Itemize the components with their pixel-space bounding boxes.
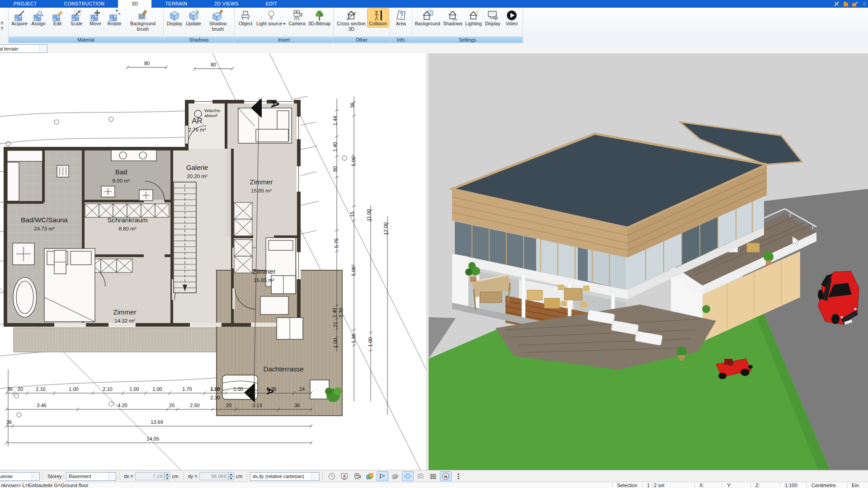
tab-edit[interactable]: EDIT (252, 0, 291, 8)
unit-indicator[interactable]: Centimetre (807, 483, 847, 488)
3d-viewport[interactable] (429, 53, 868, 470)
background-button[interactable]: Background (414, 9, 442, 27)
shadows-update-button[interactable]: Update (184, 9, 203, 27)
chevron-down-icon[interactable] (108, 473, 116, 480)
acquire-button[interactable]: Acquire (10, 9, 29, 27)
contours-icon[interactable] (415, 471, 426, 481)
tree-icon (313, 9, 325, 21)
dy-value[interactable]: 94.069 (199, 472, 228, 480)
scale-icon (71, 9, 82, 21)
terrain-select-value: ginal terrain (0, 46, 39, 52)
dx-up-button[interactable] (164, 472, 170, 476)
tab-terrain[interactable]: TERRAIN (151, 0, 201, 8)
background-brush-button[interactable]: Background brush (124, 9, 162, 32)
dim-label: 5.75 (334, 238, 339, 248)
clock-icon[interactable] (326, 471, 338, 481)
collision-button[interactable]: Collision (368, 9, 388, 27)
dim-label: 1.00 (333, 338, 338, 347)
chevron-down-icon[interactable] (311, 473, 319, 480)
chevron-down-icon[interactable] (32, 473, 39, 480)
clipped-ribbon-button[interactable]: e s (0, 8, 9, 43)
assign-button[interactable]: Assign (29, 9, 48, 27)
storey-select[interactable]: Basement (66, 472, 116, 481)
tab-project[interactable]: PROJECT (0, 0, 51, 8)
export-icon[interactable] (852, 1, 858, 7)
surface-icon[interactable] (402, 471, 414, 481)
coord-mode-value: dx,dy (relative cartesian) (250, 474, 311, 479)
dx-unit: cm (172, 474, 179, 479)
move-button[interactable]: Move (86, 9, 105, 27)
floorplan-viewport[interactable]: A A AR Bad Galerie Zimmer Bad/WC/Sauna S… (0, 53, 426, 470)
camera-icon (291, 9, 303, 21)
shadow-brush-button[interactable]: Shadow brush (203, 9, 233, 32)
dimensions-top (126, 66, 234, 70)
chevron-down-icon[interactable] (39, 45, 47, 52)
dy-stepper[interactable]: 94.069 (199, 472, 234, 480)
filter-select-value: bfluesse (0, 474, 32, 479)
dy-up-button[interactable] (228, 472, 234, 476)
dim-label: 2.30 (338, 308, 344, 317)
dim-label: 21 (333, 322, 338, 327)
ribbon-group-shadows: Display Update Shadow brush Shadows (164, 8, 235, 43)
settings-shadows-button[interactable]: Shadows (442, 9, 464, 27)
floorplan-canvas: A A AR Bad Galerie Zimmer Bad/WC/Sauna S… (0, 53, 426, 470)
light-source-button[interactable]: Light source (255, 9, 287, 27)
dim-label: 20 (169, 403, 175, 408)
cube-icon (169, 9, 180, 21)
camera-button[interactable]: Camera (287, 9, 307, 27)
more-icon[interactable] (453, 471, 464, 481)
terrain-select[interactable]: ginal terrain (0, 44, 47, 53)
dim-label: 1.00 (152, 386, 162, 392)
north-icon[interactable]: N (440, 471, 452, 481)
clipped-label-bottom: s (1, 25, 8, 30)
dx-value[interactable]: 7.19 (135, 472, 164, 480)
staircase (174, 182, 196, 293)
screenshot-icon[interactable] (339, 471, 350, 481)
dy-down-button[interactable] (228, 476, 234, 480)
area-button[interactable]: Area (392, 9, 410, 27)
button-label: Video (506, 21, 518, 27)
hatch-icon[interactable] (389, 471, 401, 481)
tab-construction[interactable]: CONSTRUCTION (51, 0, 118, 8)
filter-select[interactable]: bfluesse (0, 472, 40, 481)
scale-indicator[interactable]: 1:100 (780, 483, 807, 488)
slope-measure-icon[interactable] (377, 471, 388, 481)
package-icon[interactable] (843, 1, 849, 7)
dx-down-button[interactable] (164, 476, 170, 480)
button-label: Area (396, 21, 406, 27)
layers-icon[interactable] (364, 471, 376, 481)
rotate-button[interactable]: Rotate (105, 9, 124, 27)
tab-2d-views[interactable]: 2D VIEWS (201, 0, 252, 8)
button-label: Shadows (443, 21, 462, 27)
shadows-display-button[interactable]: Display (165, 9, 184, 27)
video-button[interactable]: Video (502, 9, 521, 27)
storey-label: Storey : (47, 474, 65, 479)
button-label: Background brush (125, 21, 160, 32)
dim-label: 1.44 (332, 116, 338, 125)
dim-label: 15 (349, 211, 355, 217)
room-name: Bad/WC/Sauna (21, 216, 68, 224)
settings-display-button[interactable]: Display (483, 9, 502, 27)
cross-section-3d-button[interactable]: Cross section 3D (335, 9, 368, 32)
object-button[interactable]: Object (236, 9, 255, 27)
room-name: Dachterrasse (263, 365, 303, 373)
room-name: AR (192, 117, 203, 125)
cross-section-icon (345, 9, 357, 21)
tools-icon[interactable] (834, 1, 840, 7)
clipped-right-text: Ein (847, 483, 868, 488)
lighting-button[interactable]: Lighting (464, 9, 483, 27)
3d-bitmap-button[interactable]: 3D-Bitmap (307, 9, 332, 27)
dim-label: 1.70 (182, 386, 192, 392)
camera-3d-icon[interactable] (351, 471, 363, 481)
button-label: Move (90, 21, 101, 27)
globe-icon[interactable] (861, 1, 866, 7)
north-letter: N (444, 474, 448, 479)
dx-stepper[interactable]: 7.19 (135, 472, 170, 480)
coord-mode-select[interactable]: dx,dy (relative cartesian) (250, 472, 320, 481)
edit-icon (52, 9, 63, 21)
tab-3d[interactable]: 3D (118, 0, 151, 8)
group-label-insert: Insert (235, 37, 333, 43)
grid-icon[interactable] (427, 471, 439, 481)
scale-button[interactable]: Scale (67, 9, 86, 27)
edit-button[interactable]: Edit (48, 9, 67, 27)
